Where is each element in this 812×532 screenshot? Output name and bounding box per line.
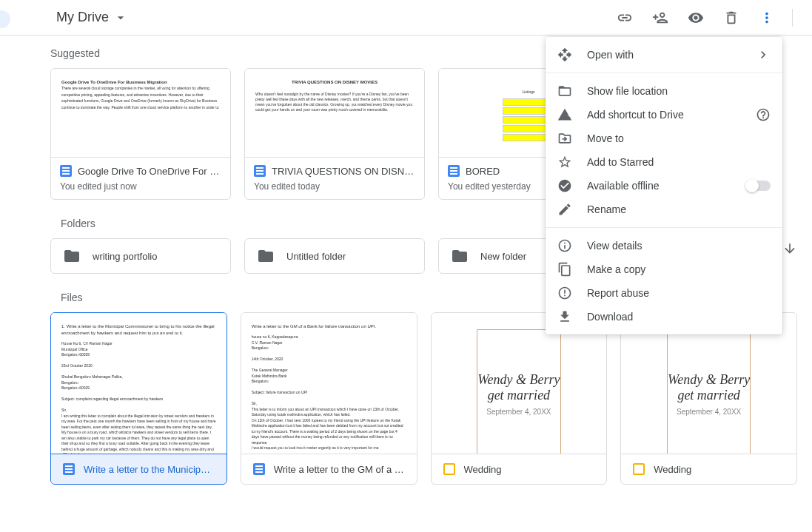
doc-thumbnail: 1. Write a letter to the Municipal Commi…: [51, 313, 227, 454]
file-subtitle: You edited today: [254, 181, 415, 192]
docs-icon: [254, 165, 266, 177]
file-card[interactable]: 1. Write a letter to the Municipal Commi…: [50, 312, 227, 485]
divider: [792, 9, 793, 27]
docs-icon: [60, 165, 72, 177]
menu-download[interactable]: Download: [546, 305, 782, 329]
folder-card[interactable]: writing portfolio: [50, 238, 231, 274]
chevron-down-icon: [113, 10, 128, 25]
trash-icon: [723, 10, 739, 26]
menu-move-to[interactable]: Move to: [546, 127, 782, 150]
files-grid: 1. Write a letter to the Municipal Commi…: [50, 312, 797, 485]
docs-icon: [63, 463, 75, 475]
arrow-down-icon: [782, 241, 797, 256]
share-button[interactable]: [645, 3, 675, 33]
folder-icon: [257, 247, 275, 265]
breadcrumb-title: My Drive: [56, 10, 109, 25]
report-icon: [557, 286, 572, 300]
file-title: Wedding: [464, 464, 502, 475]
menu-make-copy[interactable]: Make a copy: [546, 257, 782, 281]
file-title: Wedding: [654, 464, 691, 475]
menu-divider: [546, 227, 782, 228]
sort-direction-button[interactable]: [782, 241, 797, 258]
suggested-card[interactable]: TRIVIA QUESTIONS ON DISNEY MOVIES Who do…: [244, 68, 425, 200]
folder-outline-icon: [557, 84, 572, 98]
folder-name: writing portfolio: [93, 251, 157, 262]
rename-icon: [557, 202, 572, 217]
menu-report-abuse[interactable]: Report abuse: [546, 281, 782, 305]
chevron-right-icon: [756, 47, 771, 62]
toolbar-actions: [610, 3, 797, 33]
menu-view-details[interactable]: View details: [546, 234, 782, 257]
offline-toggle[interactable]: [747, 181, 771, 191]
doc-thumbnail: Google Drive To OneDrive For Business Mi…: [51, 69, 230, 158]
slides-icon: [443, 463, 455, 475]
preview-button[interactable]: [681, 3, 711, 33]
file-title: TRIVIA QUESTIONS ON DISNE…: [272, 166, 415, 177]
shortcut-icon: [557, 107, 572, 122]
folder-name: Untitled folder: [286, 251, 346, 262]
offline-icon: [557, 178, 572, 193]
file-title: Write a letter to the Municipa…: [84, 464, 215, 475]
more-actions-button[interactable]: [752, 3, 782, 33]
docs-icon: [448, 165, 460, 177]
menu-rename[interactable]: Rename: [546, 198, 782, 221]
copy-icon: [557, 262, 572, 277]
get-link-button[interactable]: [610, 3, 640, 33]
toolbar: My Drive: [0, 0, 812, 36]
more-vert-icon: [759, 10, 775, 26]
suggested-card[interactable]: Google Drive To OneDrive For Business Mi…: [50, 68, 231, 200]
file-subtitle: You edited just now: [60, 181, 221, 192]
menu-divider: [546, 73, 782, 73]
info-icon: [557, 238, 572, 253]
breadcrumb[interactable]: My Drive: [50, 7, 134, 28]
file-title: Google Drive To OneDrive For …: [78, 166, 219, 177]
file-title: BORED: [466, 166, 500, 177]
file-card[interactable]: Wendy & Berryget married September 4, 20…: [431, 312, 608, 485]
file-card[interactable]: Wendy & Berryget married September 4, 20…: [620, 312, 797, 485]
context-menu: Open with Show file location Add shortcu…: [546, 37, 782, 334]
doc-thumbnail: TRIVIA QUESTIONS ON DISNEY MOVIES Who do…: [245, 69, 424, 158]
open-with-icon: [557, 47, 572, 62]
menu-open-with[interactable]: Open with: [546, 43, 782, 67]
docs-icon: [253, 463, 265, 475]
star-icon: [557, 155, 572, 169]
eye-icon: [688, 10, 704, 26]
download-icon: [557, 309, 572, 324]
person-add-icon: [652, 10, 668, 26]
nav-indicator: [0, 10, 10, 28]
file-title: Write a letter to the GM of a …: [274, 464, 404, 475]
menu-add-starred[interactable]: Add to Starred: [546, 150, 782, 174]
move-icon: [557, 131, 572, 146]
folder-card[interactable]: Untitled folder: [244, 238, 425, 274]
file-card[interactable]: Write a letter to the GM of a Bank for f…: [241, 312, 417, 485]
help-icon[interactable]: [756, 107, 771, 122]
slides-icon: [633, 463, 645, 475]
menu-available-offline[interactable]: Available offline: [546, 174, 782, 198]
link-icon: [617, 10, 633, 26]
folder-icon: [63, 247, 81, 265]
menu-add-shortcut[interactable]: Add shortcut to Drive: [546, 103, 782, 127]
folder-name: New folder: [480, 251, 526, 262]
folder-icon: [451, 247, 469, 265]
menu-show-location[interactable]: Show file location: [546, 79, 782, 103]
remove-button[interactable]: [717, 3, 746, 33]
doc-thumbnail: Write a letter to the GM of a Bank for f…: [241, 313, 417, 454]
